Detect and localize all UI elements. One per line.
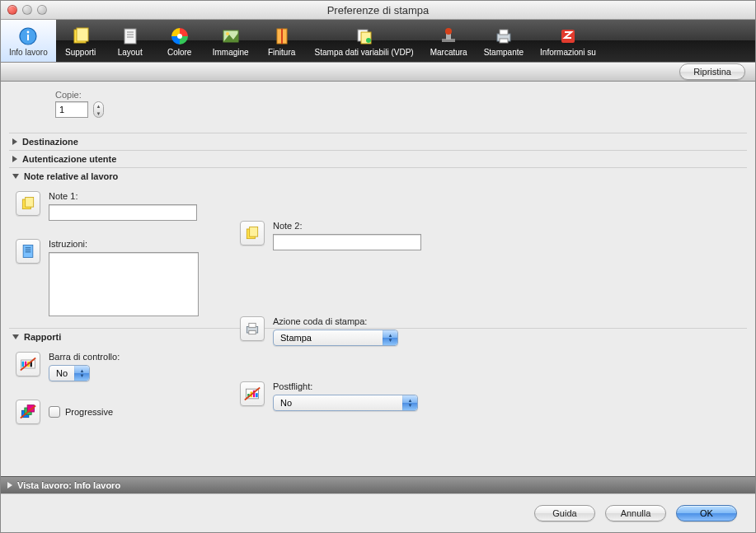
cancel-button[interactable]: Annulla xyxy=(605,505,666,521)
select-arrows-icon xyxy=(402,395,417,410)
tab-label: Informazioni su xyxy=(540,48,596,57)
tab-label: Stampa dati variabili (VDP) xyxy=(315,48,414,57)
color-wheel-icon xyxy=(170,26,190,46)
tab-label: Supporti xyxy=(65,48,96,57)
window-title: Preferenze di stampa xyxy=(1,4,755,16)
disclosure-arrow-icon xyxy=(12,334,19,339)
tab-label: Layout xyxy=(118,48,143,57)
section-destinazione-header[interactable]: Destinazione xyxy=(9,133,747,150)
controlbar-select[interactable]: No xyxy=(49,365,90,381)
tab-label: Marcatura xyxy=(430,48,467,57)
tab-marcatura[interactable]: Marcatura xyxy=(422,20,476,62)
layout-icon xyxy=(120,26,140,46)
queue-action-icon xyxy=(240,316,265,341)
tab-immagine[interactable]: Immagine xyxy=(204,20,257,62)
disclosure-arrow-icon xyxy=(12,156,17,162)
button-bar: Guida Annulla OK xyxy=(1,493,755,532)
tab-layout[interactable]: Layout xyxy=(106,20,155,62)
svg-rect-22 xyxy=(500,30,508,35)
controlbar-value: No xyxy=(56,368,68,378)
disclosure-arrow-icon xyxy=(7,482,12,489)
section-title: Rapporti xyxy=(24,332,61,342)
note1-icon xyxy=(16,191,40,216)
section-rapporti-body: Barra di controllo: No Postflight: xyxy=(9,345,747,436)
select-arrows-icon xyxy=(74,366,89,381)
stamp-icon xyxy=(439,26,458,46)
info-icon xyxy=(18,26,38,46)
copies-step-down[interactable] xyxy=(94,110,103,117)
postflight-icon xyxy=(240,381,265,406)
svg-rect-14 xyxy=(281,29,283,44)
tab-label: Info lavoro xyxy=(9,48,48,57)
select-arrows-icon xyxy=(383,330,397,345)
section-title: Destinazione xyxy=(22,137,78,147)
istruzioni-label: Istruzioni: xyxy=(49,239,199,249)
tab-label: Finitura xyxy=(268,48,295,57)
ok-button[interactable]: OK xyxy=(676,505,737,521)
finishing-icon xyxy=(272,26,292,46)
section-title: Autenticazione utente xyxy=(22,154,116,164)
sub-toolbar: Ripristina xyxy=(1,62,755,82)
tab-finitura[interactable]: Finitura xyxy=(257,20,307,62)
svg-rect-29 xyxy=(23,245,33,258)
media-icon xyxy=(71,26,91,46)
progressive-checkbox[interactable] xyxy=(49,406,60,418)
section-title: Note relative al lavoro xyxy=(24,171,118,181)
controlbar-label: Barra di controllo: xyxy=(49,352,120,362)
svg-rect-35 xyxy=(249,331,256,334)
svg-rect-34 xyxy=(249,323,256,327)
svg-rect-1 xyxy=(27,35,29,40)
svg-point-12 xyxy=(226,32,229,35)
note1-input[interactable] xyxy=(49,204,197,221)
tab-label: Colore xyxy=(167,48,191,57)
tab-stampante[interactable]: Stampante xyxy=(476,20,532,62)
tab-label: Immagine xyxy=(213,48,249,57)
svg-rect-46 xyxy=(256,393,258,397)
tab-label: Stampante xyxy=(484,48,524,57)
titlebar: Preferenze di stampa xyxy=(1,1,755,20)
note2-label: Note 2: xyxy=(273,221,421,231)
copies-stepper[interactable] xyxy=(93,101,104,118)
statusbar-text: Vista lavoro: Info lavoro xyxy=(17,480,120,490)
queue-action-value: Stampa xyxy=(280,333,312,343)
vdp-icon xyxy=(355,26,374,46)
disclosure-arrow-icon xyxy=(12,138,17,145)
copies-group: Copie: xyxy=(9,90,747,118)
postflight-select[interactable]: No xyxy=(273,395,418,411)
svg-rect-26 xyxy=(26,198,34,208)
postflight-value: No xyxy=(280,398,292,408)
tab-supporti[interactable]: Supporti xyxy=(56,20,106,62)
queue-action-label: Azione coda di stampa: xyxy=(273,316,398,326)
progressive-label: Progressive xyxy=(65,407,113,417)
content-area: Copie: Destinazione Autenticazione utent… xyxy=(1,82,755,476)
note1-label: Note 1: xyxy=(49,191,197,201)
statusbar[interactable]: Vista lavoro: Info lavoro xyxy=(1,476,755,493)
image-icon xyxy=(221,26,241,46)
tab-info-lavoro[interactable]: Info lavoro xyxy=(1,20,56,62)
queue-action-select[interactable]: Stampa xyxy=(273,330,398,346)
about-icon xyxy=(558,26,578,46)
svg-point-2 xyxy=(27,30,30,33)
istruzioni-input[interactable] xyxy=(49,252,199,316)
svg-point-9 xyxy=(177,34,182,39)
main-toolbar: Info lavoro Supporti Layout Colore Immag… xyxy=(1,20,755,62)
copies-step-up[interactable] xyxy=(94,102,103,110)
copies-input[interactable] xyxy=(55,101,88,118)
svg-point-20 xyxy=(445,28,452,35)
svg-point-17 xyxy=(366,38,371,43)
svg-rect-23 xyxy=(500,39,508,43)
tab-informazioni[interactable]: Informazioni su xyxy=(532,20,604,62)
copies-label: Copie: xyxy=(55,90,747,100)
postflight-label: Postflight: xyxy=(273,381,418,391)
svg-rect-37 xyxy=(22,362,25,367)
help-button[interactable]: Guida xyxy=(534,505,595,521)
istruzioni-icon xyxy=(16,239,40,264)
tab-vdp[interactable]: Stampa dati variabili (VDP) xyxy=(307,20,422,62)
section-autenticazione-header[interactable]: Autenticazione utente xyxy=(9,150,747,167)
svg-rect-4 xyxy=(77,28,88,41)
disclosure-arrow-icon xyxy=(12,174,19,179)
restore-button[interactable]: Ripristina xyxy=(679,63,745,80)
svg-rect-5 xyxy=(124,29,136,44)
tab-colore[interactable]: Colore xyxy=(155,20,204,62)
section-note-header[interactable]: Note relative al lavoro xyxy=(9,167,747,185)
